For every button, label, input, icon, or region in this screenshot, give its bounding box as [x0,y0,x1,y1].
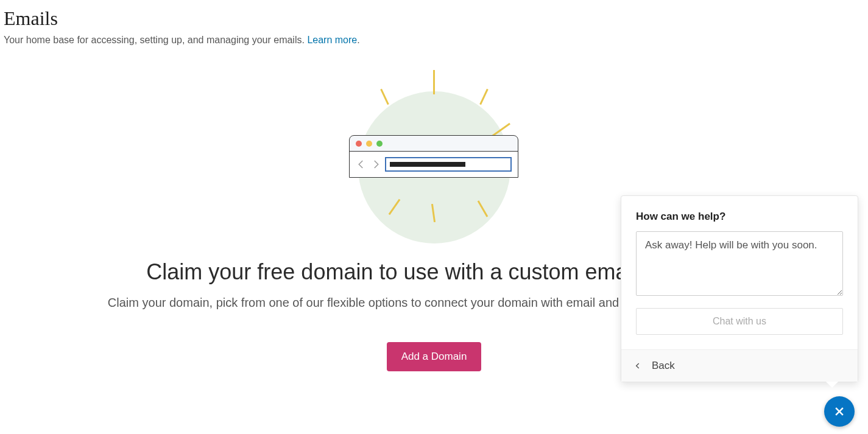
arrow-left-icon [356,159,367,170]
add-domain-button[interactable]: Add a Domain [387,342,482,371]
chat-with-us-button[interactable]: Chat with us [636,308,843,335]
chevron-left-icon [633,362,642,370]
page-subtitle: Your home base for accessing, setting up… [0,30,868,46]
help-title: How can we help? [636,211,843,223]
close-icon [833,405,845,418]
help-panel: How can we help? Chat with us Back [621,195,858,382]
browser-icon [349,135,518,178]
page-title: Emails [0,0,868,30]
traffic-light-green-icon [376,141,383,147]
traffic-light-red-icon [356,141,362,147]
help-input[interactable] [636,231,843,296]
traffic-light-yellow-icon [366,141,372,147]
back-label: Back [652,360,675,372]
subtitle-suffix: . [357,35,359,45]
learn-more-link[interactable]: Learn more [307,35,357,45]
subtitle-text: Your home base for accessing, setting up… [4,35,307,45]
close-help-button[interactable] [824,396,855,427]
arrow-right-icon [370,159,381,170]
domain-illustration [334,67,535,250]
address-bar-icon [385,157,512,172]
back-button[interactable]: Back [621,349,858,382]
